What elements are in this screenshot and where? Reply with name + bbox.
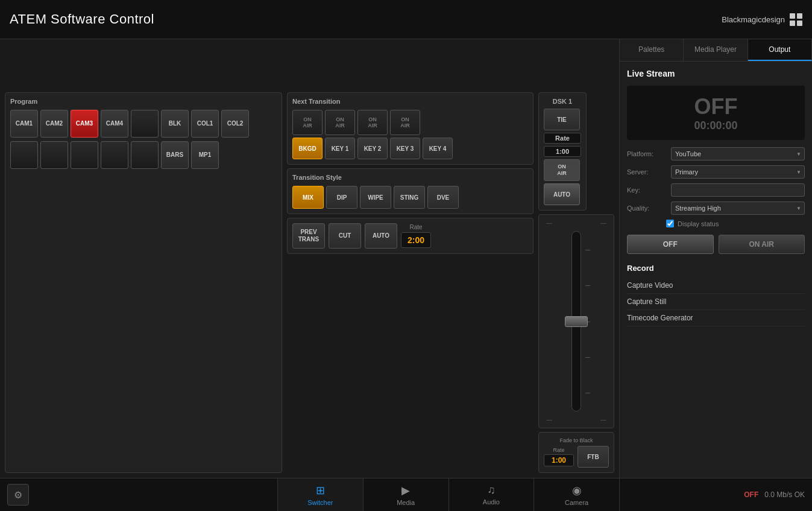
program-cam4[interactable]: CAM4 — [101, 110, 128, 138]
sidebar: Palettes Media Player Output Live Stream… — [619, 39, 812, 478]
on-air-btn3[interactable]: ONAIR — [357, 110, 388, 135]
status-bandwidth: 0.0 Mb/s OK — [764, 490, 805, 499]
key-bkgd[interactable]: BKGD — [292, 138, 323, 159]
stream-buttons: OFF ON AIR — [627, 235, 805, 254]
timecode-generator-item[interactable]: Timecode Generator — [627, 310, 805, 326]
program-cam1[interactable]: CAM1 — [10, 110, 38, 138]
on-air-btn1[interactable]: ONAIR — [292, 110, 323, 135]
dsk-auto-btn[interactable]: AUTO — [544, 183, 580, 205]
fader-top-right: — — [600, 220, 606, 226]
bottom-tabs: ⊞ Switcher ▶ Media ♫ Audio ◉ Camera — [277, 478, 619, 511]
key-4[interactable]: KEY 4 — [423, 138, 453, 159]
tab-switcher[interactable]: ⊞ Switcher — [277, 478, 363, 511]
key-3[interactable]: KEY 3 — [390, 138, 420, 159]
camera-icon: ◉ — [572, 484, 582, 497]
on-air-button[interactable]: ON AIR — [719, 235, 805, 254]
transition-style-label: Transition Style — [292, 174, 528, 181]
status-off-indicator: OFF — [744, 490, 758, 499]
ftb-btn[interactable]: FTB — [578, 446, 609, 468]
ftb-panel: Fade to Black Rate 1:00 FTB — [538, 432, 614, 473]
tab-camera[interactable]: ◉ Camera — [533, 478, 619, 511]
quality-select-wrapper: Streaming High — [671, 202, 805, 215]
platform-label: Platform: — [627, 150, 666, 157]
program-col1[interactable]: COL1 — [191, 110, 219, 138]
rate-label: Rate — [409, 224, 422, 230]
quality-select[interactable]: Streaming High — [671, 202, 805, 215]
off-button[interactable]: OFF — [627, 235, 714, 254]
key-2[interactable]: KEY 2 — [357, 138, 388, 159]
switcher-area: Program CAM1 CAM2 CAM3 CAM4 BLK COL1 COL… — [0, 87, 619, 478]
off-status: OFF — [694, 94, 738, 119]
server-select[interactable]: Primary — [671, 165, 805, 179]
program-cam2[interactable]: CAM2 — [40, 110, 68, 138]
style-mix[interactable]: MIX — [292, 186, 324, 209]
dsk-on-air-btn[interactable]: ONAIR — [544, 159, 580, 181]
fader-bot-left: — — [546, 416, 552, 423]
next-transition-section: Next Transition ONAIR ONAIR ONAIR ONAIR … — [287, 92, 533, 165]
fader-tick1 — [585, 250, 590, 250]
display-status-label: Display status — [678, 220, 719, 227]
capture-still-item[interactable]: Capture Still — [627, 294, 805, 310]
style-row: MIX DIP WIPE STING DVE — [292, 186, 528, 209]
ftb-rate-label: Rate — [553, 447, 564, 453]
server-row: Server: Primary — [627, 165, 805, 179]
sidebar-content: Live Stream OFF 00:00:00 Platform: YouTu… — [620, 62, 812, 478]
dsk-rate-label: Rate — [544, 133, 581, 144]
platform-select[interactable]: YouTube — [671, 147, 805, 160]
fader-slot[interactable] — [571, 231, 581, 411]
program-row2: BARS MP1 — [10, 141, 277, 169]
program-cam3[interactable]: CAM3 — [71, 110, 98, 138]
key-row-field: Key: — [627, 183, 805, 197]
sidebar-tabs: Palettes Media Player Output — [620, 39, 812, 62]
fader-tick2 — [585, 285, 590, 286]
top-empty — [0, 39, 619, 87]
display-status-checkbox[interactable] — [666, 220, 674, 227]
program-mp1[interactable]: MP1 — [191, 141, 219, 169]
program-blk[interactable]: BLK — [161, 110, 189, 138]
program-b4[interactable] — [101, 141, 128, 169]
program-b1[interactable] — [10, 141, 38, 169]
middle-panel: Next Transition ONAIR ONAIR ONAIR ONAIR … — [287, 92, 533, 473]
program-b5[interactable] — [131, 141, 159, 169]
program-col2[interactable]: COL2 — [221, 110, 249, 138]
main-area: Program CAM1 CAM2 CAM3 CAM4 BLK COL1 COL… — [0, 39, 812, 478]
program-b2[interactable] — [40, 141, 68, 169]
dsk-panel: DSK 1 TIE Rate 1:00 ONAIR AUTO — [538, 92, 587, 211]
camera-tab-label: Camera — [565, 499, 588, 506]
cut-btn[interactable]: CUT — [329, 223, 361, 249]
tab-media[interactable]: ▶ Media — [363, 478, 448, 511]
fader-container: — — — — — [538, 214, 614, 428]
auto-btn[interactable]: AUTO — [365, 223, 397, 249]
tab-output[interactable]: Output — [748, 39, 812, 61]
tab-media-player[interactable]: Media Player — [684, 39, 747, 61]
on-air-btn4[interactable]: ONAIR — [390, 110, 420, 135]
style-dve[interactable]: DVE — [427, 186, 459, 209]
timecode-display: 00:00:00 — [694, 119, 737, 132]
fader-handle[interactable] — [565, 316, 588, 327]
tab-audio[interactable]: ♫ Audio — [448, 478, 534, 511]
style-dip[interactable]: DIP — [326, 186, 357, 209]
key-1[interactable]: KEY 1 — [325, 138, 355, 159]
platform-row: Platform: YouTube — [627, 147, 805, 160]
bottom-right: OFF 0.0 Mb/s OK — [619, 478, 812, 511]
on-air-btn2[interactable]: ONAIR — [325, 110, 355, 135]
off-display: OFF 00:00:00 — [627, 86, 805, 140]
rate-value: 2:00 — [401, 232, 431, 248]
capture-video-item[interactable]: Capture Video — [627, 278, 805, 294]
program-cam5[interactable] — [131, 110, 159, 138]
style-sting[interactable]: STING — [394, 186, 425, 209]
fader-bot-right: — — [600, 416, 606, 423]
prev-trans-btn[interactable]: PREVTRANS — [292, 223, 325, 249]
key-input[interactable] — [671, 183, 805, 197]
record-title: Record — [627, 264, 805, 273]
dsk-tie-btn[interactable]: TIE — [544, 109, 580, 130]
next-transition-label: Next Transition — [292, 98, 528, 105]
gear-button[interactable]: ⚙ — [7, 484, 29, 506]
program-b3[interactable] — [71, 141, 98, 169]
app-title: ATEM Software Control — [10, 11, 154, 27]
logo-text: Blackmagicdesign — [722, 15, 785, 24]
tab-palettes[interactable]: Palettes — [620, 39, 684, 61]
style-wipe[interactable]: WIPE — [360, 186, 391, 209]
fader-area: — — — — — [544, 220, 609, 423]
program-bars[interactable]: BARS — [161, 141, 189, 169]
